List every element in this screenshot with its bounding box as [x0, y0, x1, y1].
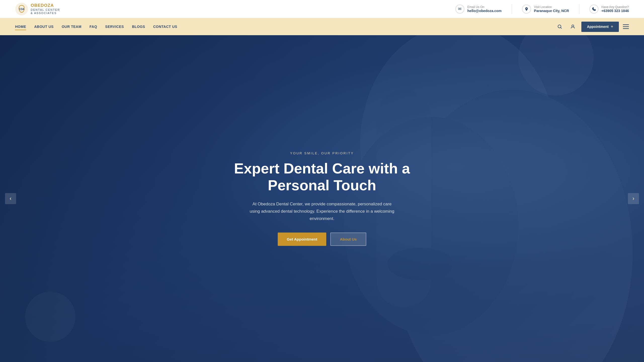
nav-bar: HOME ABOUT US OUR TEAM FAQ SERVICES BLOG…: [0, 18, 644, 35]
next-arrow-icon: ›: [632, 195, 634, 202]
email-info: Email Us On hello@obedoza.com: [467, 5, 502, 13]
hero-description: At Obedoza Dental Center, we provide com…: [249, 201, 395, 222]
location-info: Visit Location Paranaque City, NCR: [534, 5, 569, 13]
brand-name: OBEDOZA: [31, 3, 60, 8]
hero-tagline: YOUR SMILE, OUR PRIORITY: [234, 151, 410, 155]
appointment-plus: +: [611, 24, 613, 29]
logo-text: OBEDOZA DENTAL CENTER & ASSOCIATES: [31, 3, 60, 15]
hero-next-button[interactable]: ›: [628, 193, 639, 204]
svg-point-3: [572, 25, 574, 27]
nav-item-contact[interactable]: CONTACT US: [153, 24, 177, 29]
email-label: Email Us On: [467, 5, 502, 9]
location-icon: [522, 5, 531, 14]
user-icon: [571, 24, 575, 29]
nav-right: Appointment +: [555, 22, 629, 32]
nav-item-about[interactable]: ABOUT US: [34, 24, 54, 29]
nav-link-home[interactable]: HOME: [15, 24, 26, 30]
hero-title-line1: Expert Dental Care with a: [234, 160, 410, 176]
hamburger-icon: [623, 24, 629, 29]
appointment-label: Appointment: [587, 25, 609, 29]
brand-sub2: & ASSOCIATES: [31, 12, 60, 15]
contact-phone: Have Any Question? +63905 323 1846: [589, 5, 629, 14]
divider-2: [579, 4, 579, 14]
nav-link-faq[interactable]: FAQ: [90, 24, 97, 30]
user-button[interactable]: [568, 22, 577, 31]
email-value: hello@obedoza.com: [467, 9, 502, 13]
search-icon: [557, 24, 562, 29]
nav-item-faq[interactable]: FAQ: [90, 24, 97, 29]
phone-label: Have Any Question?: [601, 5, 629, 9]
nav-item-home[interactable]: HOME: [15, 24, 26, 29]
svg-rect-6: [623, 28, 629, 29]
divider-1: [512, 4, 512, 14]
search-button[interactable]: [555, 22, 564, 31]
phone-info: Have Any Question? +63905 323 1846: [601, 5, 629, 13]
nav-item-team[interactable]: OUR TEAM: [62, 24, 82, 29]
email-icon: ✉: [455, 5, 464, 14]
location-value: Paranaque City, NCR: [534, 9, 569, 13]
menu-button[interactable]: [623, 24, 629, 29]
top-contacts: ✉ Email Us On hello@obedoza.com Visit Lo…: [455, 4, 629, 14]
nav-item-blogs[interactable]: BLOGS: [132, 24, 145, 29]
phone-icon: [589, 5, 598, 14]
contact-location: Visit Location Paranaque City, NCR: [522, 5, 569, 14]
hero-buttons: Get Appointment About Us: [234, 233, 410, 246]
appointment-button[interactable]: Appointment +: [581, 22, 619, 32]
hero-title-line2: Personal Touch: [268, 177, 376, 193]
nav-links: HOME ABOUT US OUR TEAM FAQ SERVICES BLOG…: [15, 24, 177, 29]
get-appointment-button[interactable]: Get Appointment: [278, 233, 326, 246]
prev-arrow-icon: ‹: [10, 195, 11, 202]
about-us-button[interactable]: About Us: [330, 233, 366, 246]
svg-text:CDA: CDA: [19, 8, 24, 11]
svg-rect-4: [623, 24, 629, 25]
nav-link-about[interactable]: ABOUT US: [34, 24, 54, 30]
nav-item-services[interactable]: SERVICES: [105, 24, 124, 29]
logo[interactable]: CDA OBEDOZA DENTAL CENTER & ASSOCIATES: [15, 3, 60, 16]
nav-link-contact[interactable]: CONTACT US: [153, 24, 177, 30]
hero-title: Expert Dental Care with a Personal Touch: [234, 160, 410, 194]
nav-link-blogs[interactable]: BLOGS: [132, 24, 145, 30]
svg-point-2: [558, 25, 561, 28]
hero-prev-button[interactable]: ‹: [5, 193, 16, 204]
brand-sub1: DENTAL CENTER: [31, 8, 60, 12]
phone-value: +63905 323 1846: [601, 9, 629, 13]
logo-icon: CDA: [15, 3, 28, 16]
contact-email: ✉ Email Us On hello@obedoza.com: [455, 5, 502, 14]
nav-link-services[interactable]: SERVICES: [105, 24, 124, 30]
location-label: Visit Location: [534, 5, 569, 9]
top-bar: CDA OBEDOZA DENTAL CENTER & ASSOCIATES ✉…: [0, 0, 644, 18]
nav-link-team[interactable]: OUR TEAM: [62, 24, 82, 30]
hero-section: ‹ YOUR SMILE, OUR PRIORITY Expert Dental…: [0, 35, 644, 362]
svg-rect-5: [623, 26, 629, 27]
hero-content: YOUR SMILE, OUR PRIORITY Expert Dental C…: [229, 151, 415, 246]
